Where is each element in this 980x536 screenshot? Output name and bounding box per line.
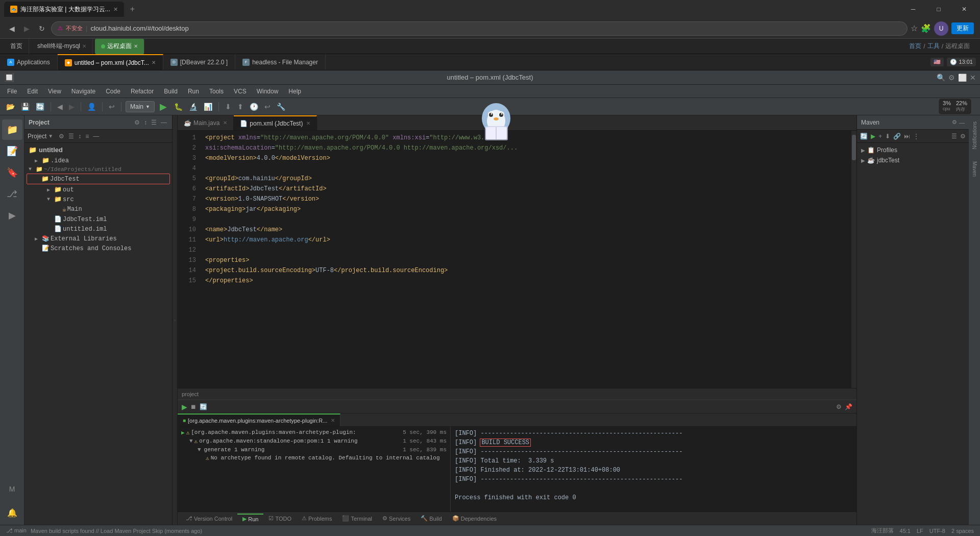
menu-vcs[interactable]: VCS bbox=[229, 86, 252, 96]
run-tree-item-1[interactable]: ▼ ⚠ org.apache.maven:standalone-pom:pom:… bbox=[179, 437, 449, 446]
run-tab-active[interactable]: ■ [org.apache.maven.plugins:maven-archet… bbox=[178, 413, 340, 426]
panel-collapse[interactable]: — bbox=[160, 118, 168, 127]
app-tab-applications[interactable]: A Applications bbox=[0, 54, 58, 70]
vcs-undo-btn[interactable]: ↩ bbox=[262, 102, 273, 112]
run-pin-btn[interactable]: 📌 bbox=[845, 403, 852, 410]
activity-notifications[interactable]: 🔔 bbox=[2, 502, 22, 523]
maven-skip-btn[interactable]: ⏭ bbox=[903, 132, 911, 141]
tree-item-src[interactable]: ▼ 📁 src bbox=[24, 194, 172, 204]
editor-tab-pom-xml[interactable]: 📄 pom.xml (JdbcTest) ✕ bbox=[234, 115, 317, 130]
run-tree-item-0[interactable]: ▶ ⚠ [org.apache.maven.plugins:maven-arch… bbox=[179, 428, 449, 437]
menu-navigate[interactable]: Navigate bbox=[66, 86, 101, 96]
tree-item-jdbctest[interactable]: 📁 JdbcTest bbox=[27, 174, 170, 184]
tree-item-jdbctest-iml[interactable]: 📄 JdbcTest.iml bbox=[24, 214, 172, 224]
proj-collapse-btn[interactable]: ☰ bbox=[67, 132, 76, 141]
footer-tab-deps[interactable]: 📦 Dependencies bbox=[447, 514, 502, 523]
run-stop-btn[interactable]: ⏹ bbox=[190, 403, 197, 410]
menu-file[interactable]: File bbox=[2, 86, 22, 96]
git-status[interactable]: ⎇ main bbox=[6, 527, 27, 534]
proj-close-btn[interactable]: — bbox=[91, 132, 101, 141]
forward-nav-btn[interactable]: ▶ bbox=[67, 102, 77, 112]
proj-sort-btn[interactable]: ↕ bbox=[77, 132, 83, 141]
ij-settings-icon[interactable]: ⚙ bbox=[948, 74, 955, 82]
footer-tab-problems[interactable]: ⚠ Problems bbox=[297, 514, 337, 523]
footer-tab-todo[interactable]: ☑ TODO bbox=[263, 514, 297, 523]
bookmark-icon[interactable]: ☆ bbox=[911, 23, 918, 33]
editor-scrollbar[interactable] bbox=[851, 131, 856, 388]
proj-settings-btn[interactable]: ≡ bbox=[84, 132, 90, 141]
proj-gear-btn[interactable]: ⚙ bbox=[57, 132, 66, 141]
activity-maven-side[interactable]: M bbox=[2, 479, 22, 499]
tree-item-main[interactable]: ☕ Main bbox=[24, 204, 172, 214]
forward-button[interactable]: ▶ bbox=[21, 22, 33, 35]
status-message[interactable]: Maven build scripts found // Load Maven … bbox=[31, 528, 202, 534]
activity-bookmarks[interactable]: 🔖 bbox=[2, 162, 22, 183]
user-avatar[interactable]: U bbox=[934, 21, 948, 36]
xml-tab-close[interactable]: ✕ bbox=[306, 120, 310, 126]
lf-label[interactable]: LF bbox=[917, 528, 923, 534]
app-tab-dbeaver[interactable]: D [DBeaver 22.2.0 ] bbox=[163, 54, 235, 70]
maven-add-btn[interactable]: + bbox=[877, 132, 883, 141]
refresh-btn[interactable]: 🔄 bbox=[34, 102, 46, 112]
update-button[interactable]: 更新 bbox=[951, 22, 974, 34]
run-tree-item-3[interactable]: ⚠ No archetype found in remote catalog. … bbox=[179, 454, 449, 462]
menu-window[interactable]: Window bbox=[252, 86, 284, 96]
java-tab-close[interactable]: ✕ bbox=[223, 120, 227, 126]
extension-icon[interactable]: 🧩 bbox=[921, 23, 931, 33]
ij-window-restore[interactable]: ⬜ bbox=[958, 74, 967, 82]
footer-tab-run[interactable]: ▶ Run bbox=[237, 514, 263, 523]
tree-item-untitled-iml[interactable]: 📄 untitled.iml bbox=[24, 224, 172, 234]
notif-icon[interactable]: Notifications bbox=[971, 117, 978, 153]
footer-tab-build[interactable]: 🔨 Build bbox=[415, 514, 447, 523]
maven-tree[interactable]: ▶ 📋 Profiles ▶ ☕ jdbcTest bbox=[857, 143, 969, 525]
menu-tools[interactable]: Tools bbox=[204, 86, 229, 96]
activity-project[interactable]: 📁 bbox=[2, 119, 22, 140]
git-history-btn[interactable]: 🕐 bbox=[248, 102, 260, 112]
maven-collapse-all-btn[interactable]: ☰ bbox=[950, 132, 958, 141]
maven-link-btn[interactable]: 🔗 bbox=[892, 132, 902, 141]
menu-view[interactable]: View bbox=[43, 86, 66, 96]
new-tab-button[interactable]: + bbox=[126, 3, 139, 16]
footer-tab-terminal[interactable]: ⬛ Terminal bbox=[337, 514, 377, 523]
panel-icon-1[interactable]: ⚙ bbox=[133, 118, 141, 127]
ij-search-icon[interactable]: 🔍 bbox=[937, 74, 945, 82]
run-tree-item-2[interactable]: ▼ generate 1 warning 1 sec, 839 ms bbox=[179, 446, 449, 454]
activity-commit[interactable]: 📝 bbox=[2, 141, 22, 161]
pom-tab-close[interactable]: ✕ bbox=[152, 60, 156, 65]
debug-button[interactable]: 🐛 bbox=[172, 102, 185, 112]
main-config-dropdown[interactable]: Main ▼ bbox=[126, 101, 155, 112]
git-push-btn[interactable]: ⬆ bbox=[235, 102, 246, 112]
position-label[interactable]: 45:1 bbox=[900, 528, 911, 534]
run-rerun-btn[interactable]: 🔄 bbox=[200, 403, 207, 410]
nav-tab-shell[interactable]: shell终端-mysql ✕ bbox=[31, 39, 93, 54]
run-settings-btn[interactable]: ⚙ bbox=[836, 403, 842, 410]
reload-button[interactable]: ↻ bbox=[36, 22, 48, 35]
window-maximize[interactable]: □ bbox=[927, 0, 950, 18]
ij-window-close[interactable]: ✕ bbox=[970, 74, 976, 82]
back-button[interactable]: ◀ bbox=[6, 22, 18, 35]
nav-tab-home[interactable]: 首页 bbox=[4, 39, 29, 54]
spaces-label[interactable]: 2 spaces bbox=[951, 528, 974, 534]
address-input-wrapper[interactable]: ⚠ 不安全 | cloud.hainiubl.com/#/tool/deskto… bbox=[51, 21, 908, 36]
open-folder-btn[interactable]: 📂 bbox=[4, 102, 17, 112]
collapse-handle[interactable]: ‹ bbox=[173, 115, 178, 525]
browser-tab-close[interactable]: ✕ bbox=[113, 6, 118, 13]
tree-item-ext-libs[interactable]: ▶ 📚 External Libraries bbox=[24, 234, 172, 243]
maven-jdbctest[interactable]: ▶ ☕ jdbcTest bbox=[859, 155, 967, 165]
maven-btn[interactable]: 🔧 bbox=[275, 102, 287, 112]
nav-tab-remote[interactable]: 远程桌面 ✕ bbox=[95, 39, 144, 54]
activity-git[interactable]: ⎇ bbox=[2, 184, 22, 204]
run-output[interactable]: [INFO] ---------------------------------… bbox=[451, 427, 856, 511]
maven-refresh-btn[interactable]: 🔄 bbox=[859, 132, 869, 141]
window-close[interactable]: ✕ bbox=[952, 0, 976, 18]
run-tab-close[interactable]: ✕ bbox=[331, 418, 335, 423]
browser-tab-active[interactable]: 🐟 海汪部落实验室 | 大数据学习云... ✕ bbox=[4, 2, 124, 17]
tree-item-scratches[interactable]: 📝 Scratches and Consoles bbox=[24, 243, 172, 253]
panel-icon-3[interactable]: ☰ bbox=[150, 118, 158, 127]
menu-code[interactable]: Code bbox=[101, 86, 126, 96]
maven-side-label[interactable]: Maven bbox=[971, 157, 978, 181]
menu-help[interactable]: Help bbox=[283, 86, 306, 96]
profile-button[interactable]: 📊 bbox=[202, 102, 214, 112]
tree-item-idea[interactable]: ▶ 📁 .idea bbox=[24, 156, 172, 165]
tree-item-out[interactable]: ▶ 📁 out bbox=[24, 185, 172, 194]
